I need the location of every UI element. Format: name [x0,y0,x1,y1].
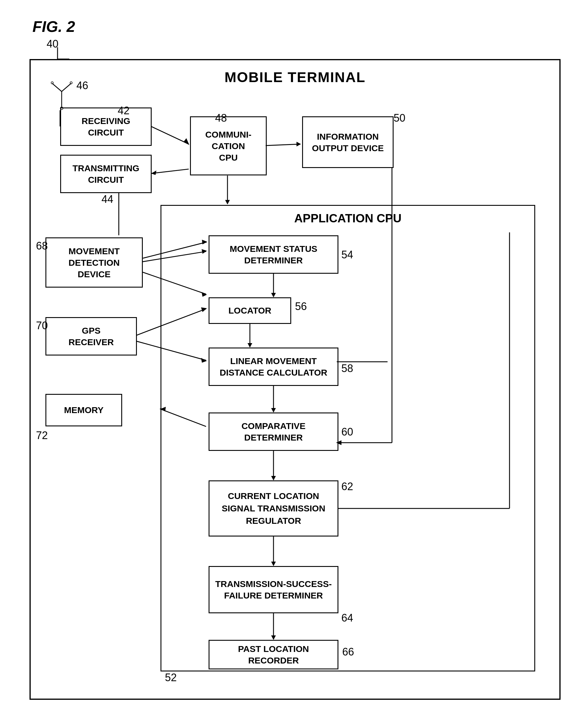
svg-marker-11 [248,343,252,347]
svg-line-4 [62,83,71,92]
mobile-terminal-label: MOBILE TERMINAL [225,69,365,85]
ref-70: 70 [36,320,48,332]
ref-56: 56 [295,300,307,313]
antenna-icon [50,78,74,112]
ref-68: 68 [36,240,48,252]
svg-line-27 [151,169,189,174]
figure-label: FIG. 2 [33,18,75,36]
ref-44: 44 [102,193,113,205]
comparative-determiner-box: COMPARATIVE DETERMINER [209,413,338,451]
svg-marker-26 [296,142,301,146]
svg-line-25 [266,144,300,145]
application-cpu-box: APPLICATION CPU MOVEMENT STATUS DETERMIN… [161,205,535,671]
svg-marker-13 [271,408,276,413]
svg-marker-46 [225,200,230,204]
svg-marker-19 [271,636,276,640]
ref-48: 48 [215,112,227,124]
svg-line-3 [52,83,62,92]
linear-movement-box: LINEAR MOVEMENT DISTANCE CALCULATOR [209,347,338,386]
transmission-success-failure-box: TRANSMISSION-SUCCESS- FAILURE DETERMINER [209,566,338,613]
gps-receiver-box: GPS RECEIVER [45,317,137,356]
ref-62: 62 [341,480,353,493]
locator-box: LOCATOR [209,297,291,324]
ref-58: 58 [341,362,353,375]
svg-marker-24 [184,138,189,145]
application-cpu-label: APPLICATION CPU [294,212,401,225]
ref-40-bracket [55,46,72,61]
svg-marker-28 [151,171,156,175]
ref-72: 72 [36,429,48,442]
svg-line-23 [151,126,189,144]
info-output-device-box: INFORMATION OUTPUT DEVICE [302,116,394,168]
ref-54: 54 [341,248,353,261]
ref-52: 52 [165,671,177,684]
ref-46: 46 [77,79,88,92]
comm-cpu-box: COMMUNI- CATION CPU [190,116,267,175]
svg-marker-9 [271,293,276,297]
ref-60: 60 [341,426,353,438]
movement-status-box: MOVEMENT STATUS DETERMINER [209,235,338,274]
svg-marker-17 [271,562,276,566]
outer-mobile-terminal-box: MOBILE TERMINAL 46 RECEIVING CIRCUIT 42 … [29,59,561,700]
movement-detection-device-box: MOVEMENT DETECTION DEVICE [45,237,143,287]
svg-marker-15 [271,476,276,480]
ref-50: 50 [394,112,405,124]
ref-42: 42 [118,104,129,117]
memory-box: MEMORY [45,394,122,426]
past-location-recorder-box: PAST LOCATION RECORDER [209,640,338,669]
current-location-signal-box: CURRENT LOCATION SIGNAL TRANSMISSION REG… [209,480,338,537]
receiving-circuit-box: RECEIVING CIRCUIT [60,107,152,146]
transmitting-circuit-box: TRANSMITTING CIRCUIT [60,155,152,193]
ref-64: 64 [341,612,353,624]
ref-66: 66 [342,646,354,658]
